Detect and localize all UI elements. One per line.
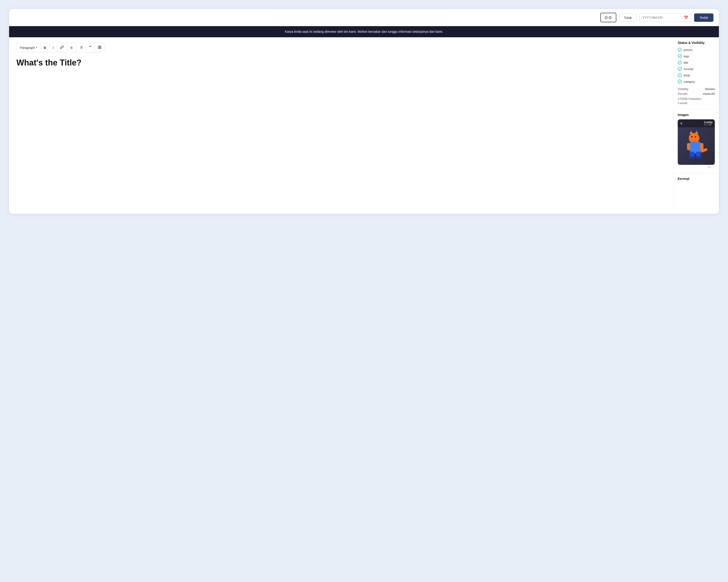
check-icon-excerpt [678, 67, 682, 71]
checklist-label-excerpt: excerpt [684, 67, 694, 71]
reject-button[interactable]: Tolak [619, 13, 636, 22]
bold-button[interactable]: B [41, 44, 49, 52]
image-card: ✕ 3.webp 571 KB [678, 119, 715, 165]
list-button[interactable] [76, 43, 86, 52]
strikethrough-icon: S [70, 46, 72, 50]
checklist: picture tags [678, 48, 715, 84]
paragraph-dropdown[interactable]: Paragraph ▾ [17, 44, 41, 52]
paragraph-label: Paragraph [20, 46, 34, 50]
status-visibility-title: Status & Visibility [678, 41, 715, 45]
checklist-item-category: category [678, 80, 715, 84]
editor-content[interactable]: What's the Title? [17, 56, 666, 208]
align-icon [98, 46, 101, 50]
excerpt-title: Excerpt [678, 177, 715, 181]
glasses-icon: ⊙⊙ [604, 15, 612, 20]
visibility-label: Visibility [678, 87, 688, 91]
image-filesize: 571 KB [704, 123, 712, 126]
author-row: Penulis moses46 [678, 92, 715, 95]
top-bar: ⊙⊙ Tolak 📅 Terbit [9, 9, 719, 26]
images-title: Images [678, 113, 715, 117]
image-meta: 3.webp 571 KB [704, 121, 712, 126]
banner-message: Karya Anda saat ini sedang direview oleh… [285, 30, 443, 33]
date-input[interactable] [642, 16, 682, 19]
checklist-label-picture: picture [684, 48, 693, 52]
image-card-header: ✕ 3.webp 571 KB [678, 119, 715, 127]
list-icon [79, 46, 83, 50]
review-banner: Karya Anda saat ini sedang direview oleh… [9, 26, 719, 37]
editor-title: What's the Title? [17, 58, 666, 67]
publish-button[interactable]: Terbit [694, 13, 713, 22]
author-value: moses46 [703, 92, 715, 95]
checklist-item-title: title [678, 60, 715, 64]
visibility-value: Review [705, 87, 715, 91]
link-icon [60, 46, 64, 50]
main-layout: Paragraph ▾ B I [9, 37, 719, 214]
check-icon-tags [678, 54, 682, 58]
calendar-icon: 📅 [684, 16, 688, 20]
align-button[interactable] [95, 43, 105, 52]
link-button[interactable] [57, 43, 67, 52]
image-close-button[interactable]: ✕ [680, 121, 683, 125]
checklist-label-title: title [684, 61, 688, 64]
excerpt-section: Excerpt [674, 173, 719, 184]
image-filename: 3.webp [704, 121, 712, 123]
italic-icon: I [53, 46, 54, 50]
strikethrough-button[interactable]: S [67, 44, 76, 52]
check-icon-category [678, 80, 682, 84]
quote-icon: " [89, 45, 92, 50]
bold-icon: B [44, 46, 46, 50]
italic-button[interactable]: I [50, 44, 57, 52]
checklist-label-category: category [684, 80, 695, 83]
checklist-item-picture: picture [678, 48, 715, 52]
checklist-item-excerpt: excerpt [678, 67, 715, 71]
quote-button[interactable]: " [86, 43, 95, 52]
date-input-wrapper: 📅 [639, 13, 692, 22]
sidebar: Status & Visibility picture [673, 37, 719, 214]
check-icon-picture [678, 48, 682, 52]
visibility-row: Visibility Review [678, 87, 715, 91]
image-page-label: Po... [678, 165, 715, 169]
images-section: Images ✕ 3.webp 571 KB [674, 109, 719, 173]
status-visibility-section: Status & Visibility picture [674, 37, 719, 109]
author-label: Penulis [678, 92, 687, 95]
checklist-label-tags: tags [684, 55, 689, 58]
checklist-item-body: body [678, 73, 715, 77]
checklist-label-body: body [684, 74, 690, 77]
check-icon-body [678, 73, 682, 77]
char-count: 17/5000 characters 3 words [678, 97, 715, 106]
word-count-text: 3 words [678, 101, 715, 106]
preview-button[interactable]: ⊙⊙ [600, 13, 616, 22]
checklist-item-tags: tags [678, 54, 715, 58]
editor-area: Paragraph ▾ B I [9, 37, 673, 214]
check-icon-title [678, 60, 682, 64]
char-count-text: 17/5000 characters [678, 97, 715, 101]
app-container: ⊙⊙ Tolak 📅 Terbit Karya Anda saat ini se… [9, 9, 719, 214]
chevron-down-icon: ▾ [36, 46, 37, 49]
editor-toolbar: Paragraph ▾ B I [17, 43, 105, 53]
